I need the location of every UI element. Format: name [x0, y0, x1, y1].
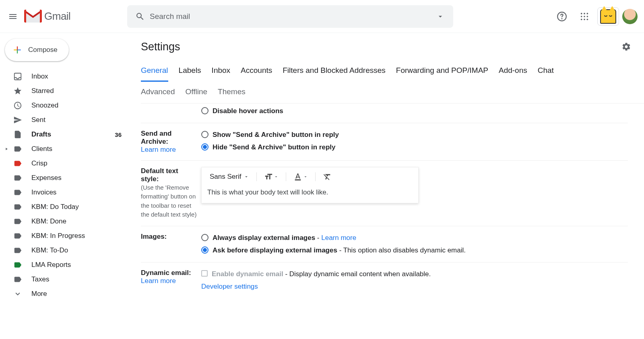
nav-label: Invoices — [31, 188, 122, 196]
gmail-icon — [24, 10, 42, 23]
tabs-row-1: GeneralLabelsInboxAccountsFilters and Bl… — [141, 62, 644, 82]
svg-point-2 — [581, 12, 582, 14]
font-family-dropdown[interactable]: Sans Serif — [206, 171, 252, 182]
svg-point-8 — [581, 19, 582, 20]
tab-themes[interactable]: Themes — [218, 83, 246, 102]
nav-label: Expenses — [31, 174, 122, 182]
nav-label: Drafts — [31, 130, 115, 138]
sidebar-item-lma-reports[interactable]: LMA Reports — [0, 258, 129, 272]
settings-gear-button[interactable] — [618, 39, 634, 55]
tab-inbox[interactable]: Inbox — [212, 62, 230, 82]
app-header: Gmail — [0, 0, 644, 33]
svg-rect-11 — [17, 50, 18, 50]
sidebar-item-drafts[interactable]: Drafts36 — [0, 127, 129, 142]
tab-labels[interactable]: Labels — [179, 62, 201, 82]
search-bar — [127, 5, 453, 28]
sidebar-item-more[interactable]: More — [0, 287, 129, 301]
settings-tabs: GeneralLabelsInboxAccountsFilters and Bl… — [141, 55, 644, 103]
search-options-button[interactable] — [431, 7, 450, 26]
plus-icon — [12, 45, 23, 55]
sidebar-item-kbm-done[interactable]: KBM: Done — [0, 214, 129, 229]
option-label: Show "Send & Archive" button in reply — [213, 130, 339, 140]
support-button[interactable] — [552, 7, 572, 26]
sidebar-item-kbm-do-today[interactable]: KBM: Do Today — [0, 200, 129, 214]
tag-icon — [13, 275, 23, 284]
sidebar-item-kbm-to-do[interactable]: KBM: To-Do — [0, 243, 129, 258]
search-button[interactable] — [130, 7, 150, 26]
separator — [256, 172, 257, 181]
apps-button[interactable] — [575, 7, 594, 26]
nav-label: Inbox — [31, 72, 122, 81]
nav-label: Starred — [31, 87, 122, 95]
nav-label: LMA Reports — [31, 261, 122, 269]
account-avatar[interactable] — [622, 9, 638, 24]
remove-formatting-button[interactable] — [320, 171, 335, 183]
tag-icon — [13, 173, 23, 183]
nav-label: KBM: In Progress — [31, 232, 122, 240]
sidebar-item-starred[interactable]: Starred — [0, 84, 129, 98]
search-input[interactable] — [150, 12, 431, 21]
gmail-logo[interactable]: Gmail — [23, 10, 127, 23]
sidebar-item-crisp[interactable]: Crisp — [0, 156, 129, 171]
checkbox-enable-dynamic-email[interactable] — [201, 270, 208, 277]
app-body: Compose InboxStarredSnoozedSentDrafts36C… — [0, 33, 644, 339]
tab-offline[interactable]: Offline — [186, 83, 208, 102]
caret-down-icon — [436, 12, 444, 21]
sidebar-item-expenses[interactable]: Expenses — [0, 171, 129, 185]
text-style-toolbar: Sans Serif — [202, 167, 418, 186]
tag-icon — [13, 188, 23, 197]
tag-red-icon — [13, 159, 23, 168]
learn-more-link[interactable]: Learn more — [141, 146, 176, 153]
cat-icon — [600, 9, 616, 24]
tab-add-ons[interactable]: Add-ons — [499, 62, 527, 82]
caret-down-icon — [274, 174, 279, 179]
inbox-icon — [13, 72, 23, 81]
setting-row-dynamic-email: Dynamic email: Learn more Enable dynamic… — [141, 263, 628, 298]
separator — [315, 172, 316, 181]
setting-label: Default text style: — [141, 167, 178, 183]
nav-label: More — [31, 290, 122, 298]
tab-chat[interactable]: Chat — [538, 62, 554, 82]
nav-label: Crisp — [31, 159, 122, 167]
sidebar-item-clients[interactable]: Clients — [0, 142, 129, 156]
tab-accounts[interactable]: Accounts — [241, 62, 272, 82]
learn-more-link[interactable]: Learn more — [321, 234, 356, 242]
font-size-dropdown[interactable] — [261, 171, 282, 183]
radio-ask-before-images[interactable] — [201, 246, 208, 254]
sidebar-item-inbox[interactable]: Inbox — [0, 69, 129, 84]
tab-forwarding-and-pop-imap[interactable]: Forwarding and POP/IMAP — [396, 62, 488, 82]
clear-format-icon — [323, 172, 332, 181]
nav-label: KBM: Do Today — [31, 203, 122, 211]
sidebar-item-sent[interactable]: Sent — [0, 113, 129, 127]
setting-row-send-archive: Send and Archive: Learn more Show "Send … — [141, 123, 628, 161]
radio-hide-send-archive[interactable] — [201, 143, 208, 151]
developer-settings-link[interactable]: Developer settings — [201, 281, 258, 292]
compose-button[interactable]: Compose — [5, 39, 69, 61]
sidebar-item-taxes[interactable]: Taxes — [0, 272, 129, 287]
learn-more-link[interactable]: Learn more — [141, 277, 176, 285]
radio-always-display-images[interactable] — [201, 234, 208, 241]
nav-label: Snoozed — [31, 101, 122, 110]
tag-icon — [13, 246, 23, 255]
sidebar-item-kbm-in-progress[interactable]: KBM: In Progress — [0, 229, 129, 243]
tab-advanced[interactable]: Advanced — [141, 83, 175, 102]
tab-filters-and-blocked-addresses[interactable]: Filters and Blocked Addresses — [283, 62, 386, 82]
setting-row-hover-actions: Disable hover actions — [141, 103, 628, 123]
settings-panel[interactable]: Disable hover actions Send and Archive: … — [141, 103, 644, 339]
sidebar-item-snoozed[interactable]: Snoozed — [0, 98, 129, 113]
nav-label: KBM: Done — [31, 217, 122, 225]
radio-show-send-archive[interactable] — [201, 131, 208, 138]
sidebar-item-invoices[interactable]: Invoices — [0, 185, 129, 200]
text-color-dropdown[interactable] — [290, 171, 311, 183]
text-size-icon — [264, 172, 273, 181]
compose-label: Compose — [28, 46, 58, 54]
radio-disable-hover[interactable] — [201, 107, 208, 114]
extension-badge[interactable] — [597, 7, 619, 26]
tab-general[interactable]: General — [141, 62, 168, 82]
tag-icon — [13, 217, 23, 226]
page-title: Settings — [141, 41, 180, 53]
option-label: Enable dynamic email — [212, 270, 283, 278]
main-header: Settings — [141, 33, 644, 55]
search-container — [127, 5, 453, 28]
main-menu-button[interactable] — [3, 7, 23, 26]
